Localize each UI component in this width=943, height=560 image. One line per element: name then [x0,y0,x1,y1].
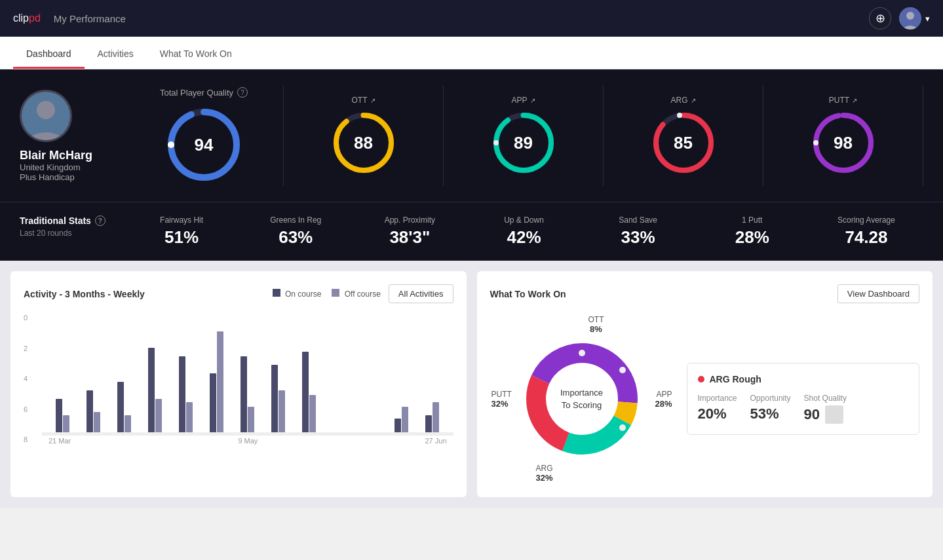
stat-1-putt: 1 Putt 28% [695,215,809,248]
player-country: United Kingdom [20,162,125,172]
score-label-app: APP ↗ [511,96,535,105]
logo-pd-text: pd [29,12,41,24]
player-info: Blair McHarg United Kingdom Plus Handica… [20,90,125,182]
user-avatar-button[interactable]: ▾ [899,7,930,29]
app-value: 89 [514,133,533,153]
bar-on-course [179,356,185,432]
bar-group [295,352,323,432]
bar-off-course [217,331,223,432]
stats-subtitle: Last 20 rounds [20,229,125,238]
scores-row: OTT ↗ 88 APP ↗ [283,85,923,186]
stat-app-proximity: App. Proximity 38'3" [353,215,467,248]
add-button[interactable]: ⊕ [869,7,891,29]
avatar [899,7,921,29]
putt-trend-icon: ↗ [852,97,857,104]
bar-off-course [248,407,254,432]
player-avatar [20,90,72,142]
score-label-putt: PUTT ↗ [829,96,857,105]
bar-on-course [148,348,155,432]
header: clippd My Performance ⊕ ▾ [0,0,943,37]
tab-what-to-work-on[interactable]: What To Work On [147,39,245,69]
donut-center: Importance To Scoring [560,386,603,412]
donut-label-putt: PUTT 32% [491,390,512,409]
dark-panel: Blair McHarg United Kingdom Plus Handica… [0,69,943,202]
tab-activities[interactable]: Activities [85,39,147,69]
tabs-bar: Dashboard Activities What To Work On [0,37,943,69]
stats-help-icon[interactable]: ? [95,215,106,226]
header-right: ⊕ ▾ [869,7,930,29]
ott-value: 88 [354,133,373,153]
bar-group [172,356,200,432]
app-trend-icon: ↗ [530,97,535,104]
bar-group [48,399,77,432]
player-name: Blair McHarg [20,149,125,162]
logo-clip-text: clip [13,12,29,24]
bar-on-course [395,419,401,432]
view-dashboard-button[interactable]: View Dashboard [837,284,919,303]
traditional-stats-row: Traditional Stats ? Last 20 rounds Fairw… [0,202,943,261]
stat-greens-in-reg: Greens In Reg 63% [239,215,353,248]
bar-on-course [271,365,278,432]
info-metric-shot-quality: Shot Quality 90 [804,394,847,424]
chart-title: Activity - 3 Months - Weekly [24,289,145,299]
bar-on-course [210,373,216,432]
bar-off-course [433,402,439,432]
bar-group [110,382,138,432]
bar-on-course [302,352,309,432]
bar-off-course [309,395,316,432]
donut-label-arg: ARG 32% [536,464,553,483]
bar-group [79,390,107,432]
tpq-section: Total Player Quality ? 94 [144,87,263,184]
all-activities-button[interactable]: All Activities [389,284,453,303]
stats-label-section: Traditional Stats ? Last 20 rounds [20,215,125,238]
info-metrics: Importance 20% Opportunity 53% Shot Qual… [698,394,909,424]
stat-fairways-hit: Fairways Hit 51% [125,215,239,248]
bar-on-course [117,382,124,432]
info-card: ARG Rough Importance 20% Opportunity 53%… [687,363,920,435]
tab-dashboard[interactable]: Dashboard [13,39,85,69]
tpq-ring: 94 [164,105,243,184]
bar-off-course [279,390,285,432]
donut-label-ott: OTT 8% [588,315,604,334]
bar-off-course [94,412,100,432]
off-course-legend-label: Off course [345,289,381,299]
stat-sand-save: Sand Save 33% [581,215,695,248]
info-card-title: ARG Rough [698,374,909,384]
score-card-putt: PUTT ↗ 98 [763,85,923,186]
arg-value: 85 [674,133,693,153]
app-ring: 89 [491,110,556,176]
svg-point-1 [906,12,914,20]
tpq-help-icon[interactable]: ? [237,87,248,98]
stats-title: Traditional Stats ? [20,215,125,226]
chart-header: Activity - 3 Months - Weekly On course O… [24,284,453,303]
score-label-ott: OTT ↗ [352,96,375,105]
grid-line [42,435,453,436]
shot-quality-badge [825,405,843,424]
svg-point-6 [168,141,174,148]
score-label-arg: ARG ↗ [670,96,695,105]
info-metric-opportunity: Opportunity 53% [750,394,791,424]
player-handicap: Plus Handicap [20,172,125,182]
donut-label-app: APP 28% [655,390,672,409]
chart-y-labels: 8 6 4 2 0 [24,314,37,445]
bar-on-course [87,390,93,432]
bar-off-course [155,399,162,432]
on-course-legend-label: On course [285,289,321,299]
wtwo-content: OTT 8% APP 28% ARG 32% PUTT 32% [490,314,920,484]
donut-chart-section: OTT 8% APP 28% ARG 32% PUTT 32% [490,314,674,484]
bar-on-course [425,415,432,432]
chart-wrapper: 8 6 4 2 0 21 Mar [24,314,453,445]
score-card-app: APP ↗ 89 [444,85,604,186]
arg-trend-icon: ↗ [691,97,696,104]
chart-bars-area [42,432,453,433]
chart-legend: On course Off course [273,289,381,299]
player-section: Blair McHarg United Kingdom Plus Handica… [20,85,923,186]
bar-on-course [56,399,62,432]
wtwo-title: What To Work On [490,289,566,299]
on-course-legend-dot [273,289,280,297]
bar-group [264,365,292,432]
stat-up-and-down: Up & Down 42% [467,215,581,248]
ott-ring: 88 [331,110,396,176]
chart-x-labels: 21 Mar 9 May 27 Jun [42,437,453,445]
putt-ring: 98 [811,110,876,176]
